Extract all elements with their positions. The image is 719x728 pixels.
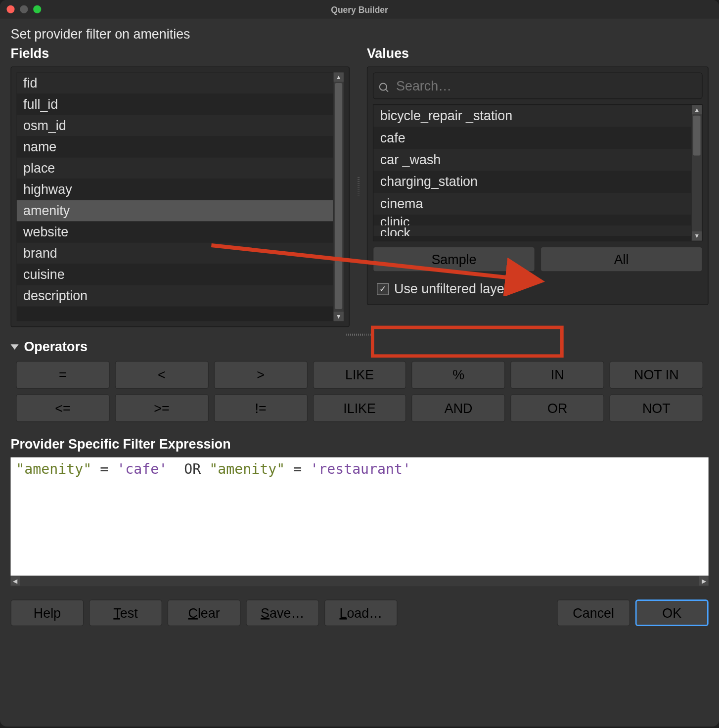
values-search-input[interactable] [373, 72, 703, 99]
field-row-website[interactable]: website [17, 222, 333, 243]
value-row-clinic[interactable]: clinic [373, 215, 691, 226]
fields-scrollbar[interactable]: ▲ ▼ [333, 72, 344, 321]
query-builder-window: Query Builder Set provider filter on ame… [0, 0, 719, 727]
svg-point-0 [380, 83, 387, 90]
scroll-thumb[interactable] [335, 83, 342, 309]
scroll-up-icon[interactable]: ▲ [692, 105, 702, 114]
field-row-highway[interactable]: highway [17, 179, 333, 200]
operator--[interactable]: = [16, 361, 109, 389]
use-unfiltered-row[interactable]: ✓ Use unfiltered layer [373, 278, 703, 299]
traffic-lights [0, 5, 41, 13]
window-title: Query Builder [0, 4, 719, 14]
save-button[interactable]: Save… [246, 599, 319, 626]
scroll-thumb[interactable] [693, 116, 701, 156]
subtitle-label: Set provider filter on amenities [11, 27, 709, 42]
value-row-cinema[interactable]: cinema [373, 193, 691, 215]
operator--[interactable]: <= [16, 394, 109, 422]
horizontal-splitter[interactable] [11, 332, 709, 336]
operator--[interactable]: >= [115, 394, 208, 422]
values-panel-inner: bicycle_repair _stationcafecar _washchar… [367, 66, 709, 305]
values-heading: Values [367, 46, 709, 61]
scroll-right-icon[interactable]: ▶ [699, 576, 709, 586]
field-row-osm_id[interactable]: osm_id [17, 115, 333, 136]
use-unfiltered-label: Use unfiltered layer [394, 281, 509, 297]
window-content: Set provider filter on amenities Fields … [0, 19, 719, 637]
operator-like[interactable]: LIKE [313, 361, 406, 389]
fields-listbox-container: fidfull_idosm_idnameplacehighwayamenityw… [11, 66, 350, 327]
operator-and[interactable]: AND [412, 394, 505, 422]
scroll-down-icon[interactable]: ▼ [692, 231, 702, 241]
svg-line-1 [386, 90, 388, 92]
field-row-name[interactable]: name [17, 136, 333, 158]
operator-not[interactable]: NOT [610, 394, 703, 422]
operator-in[interactable]: IN [511, 361, 604, 389]
scroll-left-icon[interactable]: ◀ [11, 576, 20, 586]
clear-button[interactable]: Clear [168, 599, 241, 626]
minimize-window-button[interactable] [20, 5, 28, 13]
bottom-button-row: Help Test Clear Save… Load… Cancel OK [11, 589, 709, 637]
close-window-button[interactable] [6, 5, 14, 13]
operator-or[interactable]: OR [511, 394, 604, 422]
values-listbox[interactable]: bicycle_repair _stationcafecar _washchar… [373, 105, 691, 240]
value-row-bicycle_repair_station[interactable]: bicycle_repair _station [373, 105, 691, 127]
fields-listbox[interactable]: fidfull_idosm_idnameplacehighwayamenityw… [17, 72, 333, 321]
operators-grid: =<>LIKE%INNOT IN<=>=!=ILIKEANDORNOT [11, 361, 709, 422]
scroll-down-icon[interactable]: ▼ [334, 312, 344, 321]
expression-editor[interactable]: "amenity" = 'cafe' OR "amenity" = 'resta… [11, 457, 709, 576]
value-row-car_wash[interactable]: car _wash [373, 149, 691, 171]
operator-ilike[interactable]: ILIKE [313, 394, 406, 422]
maximize-window-button[interactable] [33, 5, 41, 13]
operator--[interactable]: % [412, 361, 505, 389]
sample-button[interactable]: Sample [373, 247, 535, 272]
search-icon [378, 82, 390, 93]
titlebar: Query Builder [0, 0, 719, 19]
operator-not-in[interactable]: NOT IN [610, 361, 703, 389]
value-row-clock[interactable]: clock [373, 226, 691, 236]
fields-heading: Fields [11, 46, 350, 61]
operator--[interactable]: != [214, 394, 307, 422]
value-row-charging_station[interactable]: charging_station [373, 171, 691, 192]
panel-splitter[interactable] [356, 46, 360, 327]
values-scrollbar[interactable]: ▲ ▼ [691, 105, 702, 240]
test-button[interactable]: Test [89, 599, 162, 626]
operator--[interactable]: < [115, 361, 208, 389]
ok-button[interactable]: OK [635, 599, 709, 626]
value-row-cafe[interactable]: cafe [373, 127, 691, 149]
scroll-up-icon[interactable]: ▲ [334, 72, 344, 82]
field-row-place[interactable]: place [17, 158, 333, 179]
operators-heading: Operators [24, 339, 87, 354]
cancel-button[interactable]: Cancel [557, 599, 630, 626]
field-row-full_id[interactable]: full_id [17, 94, 333, 115]
field-row-brand[interactable]: brand [17, 243, 333, 264]
field-row-amenity[interactable]: amenity [17, 200, 333, 222]
disclosure-triangle-icon[interactable] [11, 344, 19, 350]
values-panel: Values bicycle_repair _stationcafecar _w… [367, 46, 709, 327]
operators-header[interactable]: Operators [11, 339, 709, 354]
load-button[interactable]: Load… [324, 599, 398, 626]
help-button[interactable]: Help [11, 599, 84, 626]
operators-section: Operators =<>LIKE%INNOT IN<=>=!=ILIKEAND… [11, 339, 709, 424]
expression-heading: Provider Specific Filter Expression [11, 437, 709, 452]
field-row-fid[interactable]: fid [17, 72, 333, 93]
use-unfiltered-checkbox[interactable]: ✓ [377, 283, 389, 295]
field-row-cuisine[interactable]: cuisine [17, 264, 333, 285]
operator--[interactable]: > [214, 361, 307, 389]
field-row-description[interactable]: description [17, 285, 333, 307]
expression-hscrollbar[interactable]: ◀ ▶ [11, 576, 709, 587]
all-button[interactable]: All [540, 247, 703, 272]
fields-panel: Fields fidfull_idosm_idnameplacehighwaya… [11, 46, 350, 327]
